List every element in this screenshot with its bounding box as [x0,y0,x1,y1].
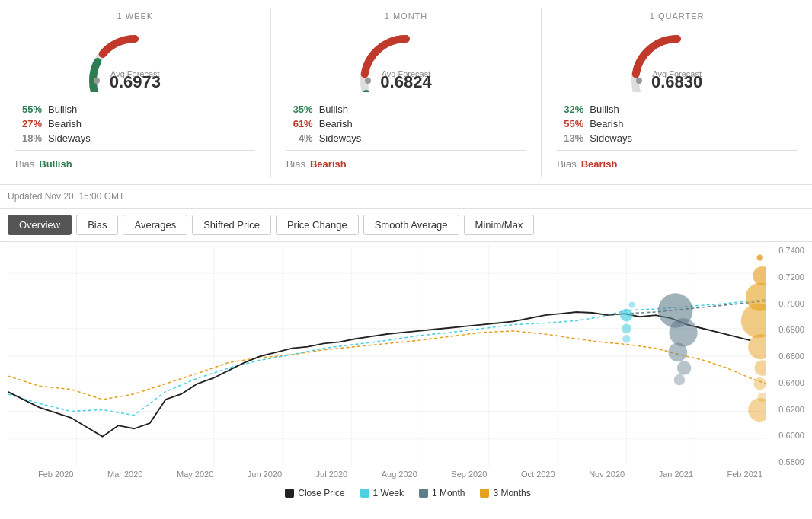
x-axis-label: Sep 2020 [451,470,487,479]
sideways-label: Sideways [590,132,632,144]
gauge-container: Avg Forecast 0.6973 [74,24,196,92]
bullish-label: Bullish [590,103,619,115]
tab-shifted-price[interactable]: Shifted Price [192,215,271,235]
bearish-pct: 27% [15,118,42,129]
bearish-row: 27% Bearish [8,116,263,131]
tab-minim-max[interactable]: Minim/Max [464,215,535,235]
tab-overview[interactable]: Overview [8,215,72,235]
svg-point-27 [669,318,697,346]
gauge-panel-1: 1 MONTH Avg Forecast 0.6824 35% Bullish … [271,8,542,177]
gauge-panel-2: 1 QUARTER Avg Forecast 0.6830 32% Bullis… [542,8,812,177]
bias-label: Bias [286,158,305,170]
sideways-row: 4% Sideways [279,131,534,145]
stats-table: 55% Bullish 27% Bearish 18% Sideways Bia… [8,102,263,173]
tabs-bar: OverviewBiasAveragesShifted PricePrice C… [0,209,812,242]
svg-point-23 [622,324,631,333]
bias-label: Bias [15,158,34,170]
svg-point-34 [741,304,766,339]
stats-table: 35% Bullish 61% Bearish 4% Sideways Bias… [279,102,534,173]
tab-smooth-average[interactable]: Smooth Average [363,215,459,235]
gauge-value: 0.6824 [345,72,467,92]
y-axis: 0.7400 0.7200 0.7000 0.6800 0.6600 0.640… [766,246,808,466]
bias-value: Bullish [39,158,72,170]
bias-value: Bearish [310,158,347,170]
chart-svg [8,246,766,466]
bearish-pct: 61% [286,118,313,129]
legend-item-3-months: 3 Months [480,488,530,498]
tab-price-change[interactable]: Price Change [276,215,359,235]
sideways-pct: 18% [15,132,42,144]
gauge-value: 0.6973 [74,72,196,92]
x-axis-label: Feb 2021 [727,470,762,479]
bias-value: Bearish [581,158,618,170]
x-axis-label: Jun 2020 [248,470,282,479]
gauge-container: Avg Forecast 0.6824 [345,24,467,92]
bullish-row: 35% Bullish [279,102,534,116]
sideways-label: Sideways [48,132,91,144]
bearish-label: Bearish [590,118,623,129]
sideways-row: 18% Sideways [8,131,263,145]
bullish-label: Bullish [319,103,348,115]
tab-averages[interactable]: Averages [123,215,187,235]
bias-row: Bias Bearish [279,155,534,173]
svg-point-36 [754,360,766,376]
sideways-pct: 13% [557,132,583,144]
gauge-value: 0.6830 [616,72,738,92]
bullish-pct: 55% [15,103,42,115]
bearish-label: Bearish [48,118,82,129]
x-axis-label: Feb 2020 [38,470,73,479]
x-axis-label: Nov 2020 [589,470,625,479]
svg-point-32 [753,266,766,285]
svg-point-37 [753,377,766,390]
legend-item-1-week: 1 Week [360,488,404,498]
svg-point-39 [748,398,766,422]
top-section: 1 WEEK Avg Forecast 0.6973 55% Bullish 2… [0,0,812,185]
sideways-label: Sideways [319,132,362,144]
bullish-pct: 32% [557,103,583,115]
x-axis-label: May 2020 [177,470,213,479]
svg-point-24 [622,335,630,342]
chart-area [8,246,766,466]
gauge-title: 1 MONTH [385,11,428,21]
gauge-container: Avg Forecast 0.6830 [616,24,738,92]
gauge-title: 1 QUARTER [650,11,705,21]
bullish-label: Bullish [48,103,77,115]
bearish-label: Bearish [319,118,353,129]
svg-point-25 [628,302,635,308]
legend-item-close-price: Close Price [285,488,344,498]
bullish-row: 32% Bullish [549,102,804,116]
svg-point-35 [748,334,766,359]
stats-table: 32% Bullish 55% Bearish 13% Sideways Bia… [549,102,804,173]
bias-row: Bias Bullish [8,155,263,173]
x-axis-label: Mar 2020 [107,470,142,479]
x-axis-label: Jul 2020 [316,470,348,479]
x-axis-label: Oct 2020 [521,470,555,479]
svg-point-28 [668,342,687,361]
x-axis-labels: Feb 2020Mar 2020May 2020Jun 2020Jul 2020… [8,466,808,482]
bearish-pct: 55% [557,118,583,129]
svg-point-22 [620,309,633,322]
chart-wrapper: 0.7400 0.7200 0.7000 0.6800 0.6600 0.640… [0,242,812,505]
bearish-row: 55% Bearish [549,116,804,131]
x-axis-label: Aug 2020 [382,470,417,479]
x-axis-label: Jan 2021 [659,470,693,479]
bearish-row: 61% Bearish [279,116,534,131]
svg-point-29 [677,361,692,375]
svg-point-31 [757,254,763,260]
sideways-pct: 4% [286,132,313,144]
legend-bar: Close Price1 Week1 Month3 Months [8,482,808,505]
bias-label: Bias [557,158,576,170]
legend-item-1-month: 1 Month [419,488,465,498]
gauge-title: 1 WEEK [117,11,154,21]
tab-bias[interactable]: Bias [76,215,118,235]
svg-point-30 [674,374,686,386]
bias-row: Bias Bearish [549,155,804,173]
sideways-row: 13% Sideways [549,131,804,145]
updated-bar: Updated Nov 20, 15:00 GMT [0,185,812,209]
bullish-pct: 35% [286,103,313,115]
gauge-panel-0: 1 WEEK Avg Forecast 0.6973 55% Bullish 2… [0,8,271,177]
bullish-row: 55% Bullish [8,102,263,116]
